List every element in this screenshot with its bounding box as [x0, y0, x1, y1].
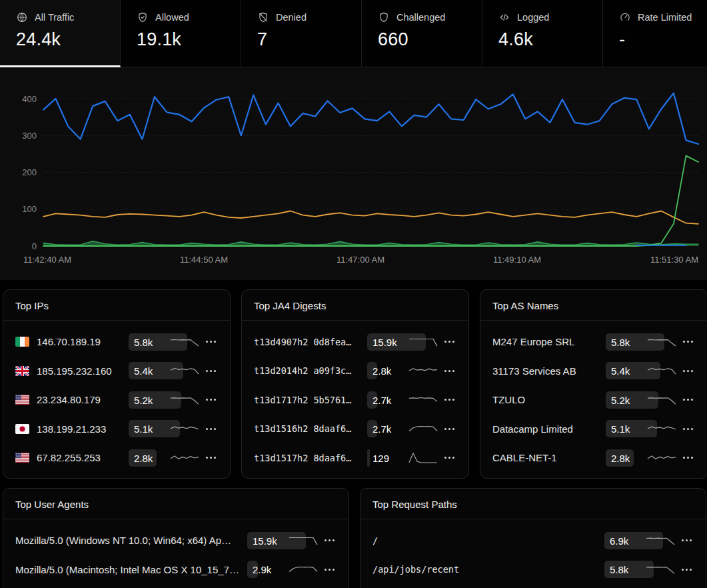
tab-challenged[interactable]: Challenged 660	[362, 0, 482, 67]
row-sparkline	[170, 393, 199, 407]
top-stats-row-1: Top IPs 146.70.189.19 5.8k 185.195.232.1…	[3, 289, 707, 479]
stats-row[interactable]: / 6.9k	[360, 526, 706, 555]
row-sparkline	[289, 534, 318, 547]
row-sparkline	[289, 563, 318, 576]
row-menu-button[interactable]	[683, 451, 695, 465]
row-label: 23.234.80.179	[15, 394, 129, 405]
row-menu-button[interactable]	[682, 534, 694, 547]
row-menu-button[interactable]	[683, 364, 695, 377]
tab-label: Logged	[517, 12, 549, 23]
row-label-text: 185.195.232.160	[37, 365, 112, 377]
row-menu-button[interactable]	[683, 335, 695, 349]
tab-logged[interactable]: Logged 4.6k	[482, 0, 603, 67]
row-sparkline	[408, 393, 438, 407]
tab-rate-limited[interactable]: Rate Limited -	[603, 0, 707, 67]
row-menu-button[interactable]	[444, 364, 456, 377]
card-top-as-names: Top AS Names M247 Europe SRL 5.8k 31173 …	[480, 289, 707, 479]
row-value: 5.8k	[611, 336, 630, 347]
row-sparkline	[647, 364, 676, 377]
row-menu-button[interactable]	[206, 451, 218, 465]
row-menu-button[interactable]	[206, 422, 218, 435]
row-value: 5.4k	[611, 365, 630, 377]
stats-row[interactable]: M247 Europe SRL 5.8k	[480, 327, 707, 357]
row-value: 5.8k	[134, 336, 153, 347]
row-sparkline	[170, 451, 199, 465]
row-menu-button[interactable]	[444, 422, 456, 435]
row-sparkline	[170, 335, 199, 349]
stats-row[interactable]: Mozilla/5.0 (Windows NT 10.0; Win64; x64…	[3, 526, 349, 555]
row-value: 5.1k	[134, 423, 153, 435]
united-kingdom-flag	[15, 366, 29, 376]
row-menu-button[interactable]	[325, 563, 337, 576]
x-axis-tick: 11:47:00 AM	[337, 255, 384, 265]
card-top-ja4-digests: Top JA4 Digests t13d4907h2_0d8fea… 15.9k…	[241, 289, 469, 479]
row-label: t13d2014h2_a09f3c…	[254, 365, 367, 376]
row-sparkline	[170, 364, 199, 377]
row-value: 2.8k	[134, 452, 153, 463]
stats-row[interactable]: t13d4907h2_0d8fea… 15.9k	[242, 327, 468, 357]
row-value-bar	[367, 449, 370, 467]
tab-allowed[interactable]: Allowed 19.1k	[121, 0, 241, 67]
row-value: 5.2k	[611, 394, 630, 405]
card-rows: / 6.9k /api/jobs/recent 5.8k	[360, 519, 706, 588]
row-menu-button[interactable]	[206, 335, 218, 349]
row-value: 2.8k	[611, 452, 630, 463]
row-sparkline	[647, 451, 676, 465]
row-label-text: CABLE-NET-1	[492, 452, 557, 463]
row-sparkline	[408, 422, 438, 435]
card-title: Top User Agents	[3, 489, 349, 519]
row-menu-button[interactable]	[683, 422, 695, 435]
traffic-chart-panel: 010020030040011:42:40 AM11:44:50 AM11:47…	[0, 67, 707, 280]
row-value: 129	[372, 452, 389, 463]
row-label: t13d4907h2_0d8fea…	[254, 337, 367, 347]
card-rows: Mozilla/5.0 (Windows NT 10.0; Win64; x64…	[3, 519, 349, 588]
row-menu-button[interactable]	[206, 364, 218, 377]
row-menu-button[interactable]	[444, 451, 456, 465]
row-label: /api/jobs/recent	[372, 564, 604, 575]
row-value: 2.8k	[372, 365, 391, 377]
row-label: 138.199.21.233	[15, 423, 129, 435]
card-top-ips: Top IPs 146.70.189.19 5.8k 185.195.232.1…	[3, 289, 231, 479]
stats-row[interactable]: t13d2014h2_a09f3c… 2.8k	[242, 357, 468, 386]
row-menu-button[interactable]	[683, 393, 695, 407]
stats-row[interactable]: CABLE-NET-1 2.8k	[480, 443, 707, 473]
y-axis-tick: 100	[22, 204, 37, 214]
tab-label: All Traffic	[35, 12, 74, 23]
row-label: CABLE-NET-1	[492, 452, 606, 463]
stats-row[interactable]: 67.82.255.253 2.8k	[3, 443, 230, 473]
row-label-text: TZULO	[492, 394, 525, 405]
row-sparkline	[408, 335, 438, 349]
stats-row[interactable]: 185.195.232.160 5.4k	[3, 357, 230, 386]
stats-row[interactable]: 146.70.189.19 5.8k	[3, 327, 230, 357]
stats-row[interactable]: 23.234.80.179 5.2k	[3, 385, 230, 415]
stats-row[interactable]: Mozilla/5.0 (Macintosh; Intel Mac OS X 1…	[3, 555, 349, 585]
stats-row[interactable]: /api/jobs/recent 5.8k	[360, 555, 706, 585]
code-icon	[498, 11, 510, 23]
tab-all-traffic[interactable]: All Traffic 24.4k	[0, 0, 121, 67]
stats-row[interactable]: t13d1516h2_8daaf6… 2.7k	[242, 415, 468, 444]
all-traffic-line	[43, 93, 698, 144]
row-label-text: 23.234.80.179	[37, 394, 101, 405]
row-menu-button[interactable]	[444, 335, 456, 349]
tab-value: 7	[257, 29, 361, 50]
stats-row[interactable]: Datacamp Limited 5.1k	[480, 415, 707, 444]
stats-row[interactable]: t13d1717h2_5b5761… 2.7k	[242, 385, 468, 415]
card-title: Top AS Names	[480, 290, 707, 321]
row-label-text: t13d1517h2_8daaf6…	[254, 453, 351, 463]
y-axis-tick: 400	[22, 94, 37, 104]
stats-row[interactable]: 31173 Services AB 5.4k	[480, 357, 707, 386]
stats-row[interactable]: t13d1517h2_8daaf6… 129	[242, 443, 468, 473]
row-menu-button[interactable]	[444, 393, 456, 407]
row-label-text: 146.70.189.19	[37, 336, 101, 347]
row-label: 185.195.232.160	[15, 365, 129, 377]
row-menu-button[interactable]	[325, 534, 337, 547]
row-label-text: 67.82.255.253	[37, 452, 101, 463]
row-menu-button[interactable]	[682, 563, 694, 576]
tab-value: 4.6k	[498, 29, 602, 50]
row-menu-button[interactable]	[206, 393, 218, 407]
tab-denied[interactable]: Denied 7	[241, 0, 362, 67]
row-label-text: Datacamp Limited	[492, 423, 573, 435]
tab-label: Denied	[276, 12, 307, 23]
stats-row[interactable]: TZULO 5.2k	[480, 385, 707, 415]
stats-row[interactable]: 138.199.21.233 5.1k	[3, 415, 230, 444]
